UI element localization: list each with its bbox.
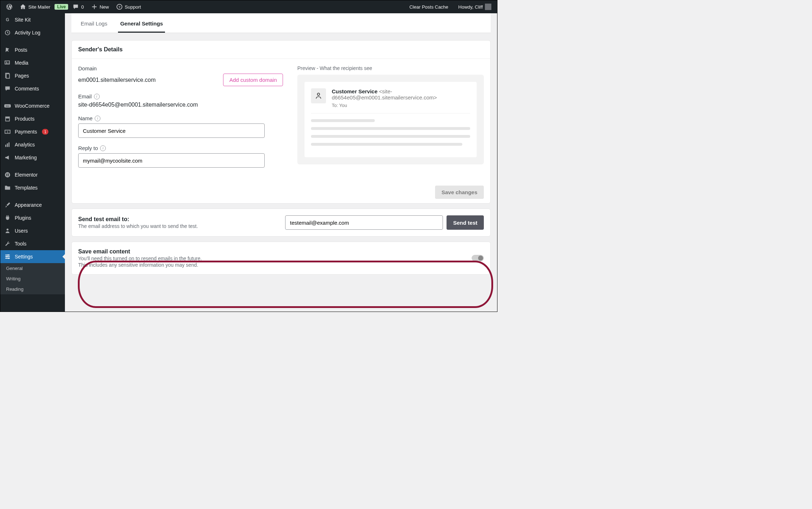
sidebar-item-comments[interactable]: Comments — [0, 82, 65, 95]
sidebar-item-analytics[interactable]: Analytics — [0, 138, 65, 151]
name-label: Name — [78, 115, 93, 121]
svg-text:woo: woo — [5, 105, 10, 107]
domain-label: Domain — [78, 65, 283, 71]
comments-link[interactable]: 0 — [70, 4, 86, 10]
sidebar-item-tools[interactable]: Tools — [0, 237, 65, 250]
svg-point-24 — [6, 256, 8, 257]
svg-text:G: G — [6, 17, 9, 22]
support-link[interactable]: ? Support — [113, 4, 144, 10]
sidebar-item-appearance[interactable]: Appearance — [0, 199, 65, 211]
wrench-icon — [4, 240, 11, 247]
info-icon[interactable]: i — [100, 145, 106, 151]
main-content: Email Logs General Settings Sender's Det… — [65, 13, 497, 312]
svg-rect-7 — [6, 74, 9, 79]
chart-icon — [4, 141, 11, 148]
settings-submenu: General Writing Reading — [0, 263, 65, 294]
email-label: Email — [78, 93, 92, 99]
sidebar-item-media[interactable]: Media — [0, 56, 65, 69]
sidebar-item-activitylog[interactable]: Activity Log — [0, 26, 65, 39]
svg-text:$: $ — [7, 130, 8, 134]
svg-rect-10 — [5, 117, 10, 118]
sidebar-item-plugins[interactable]: Plugins — [0, 211, 65, 224]
send-test-card: Send test email to: The email address to… — [71, 209, 491, 237]
sidebar-item-templates[interactable]: Templates — [0, 181, 65, 194]
info-icon[interactable]: i — [95, 116, 100, 121]
preview-label: Preview - What the recipients see — [297, 65, 484, 71]
save-content-toggle[interactable] — [472, 255, 484, 261]
sidebar-item-label: Posts — [15, 47, 27, 53]
reply-input[interactable] — [78, 153, 265, 168]
info-icon[interactable]: i — [94, 94, 100, 99]
sidebar-item-label: Plugins — [15, 215, 31, 221]
test-email-input[interactable] — [285, 215, 443, 230]
sidebar-item-products[interactable]: Products — [0, 112, 65, 125]
submenu-writing[interactable]: Writing — [0, 274, 65, 284]
sidebar-item-elementor[interactable]: Elementor — [0, 168, 65, 181]
sidebar-item-sitekit[interactable]: GSite Kit — [0, 13, 65, 26]
svg-point-25 — [8, 258, 10, 259]
svg-rect-21 — [8, 176, 9, 176]
test-subtitle: The email address to which you want to s… — [78, 223, 279, 229]
payments-icon: $ — [4, 128, 11, 135]
brush-icon — [4, 201, 11, 209]
sidebar-item-label: Appearance — [15, 202, 42, 208]
new-link[interactable]: New — [88, 4, 112, 10]
save-content-title: Save email content — [78, 248, 465, 255]
sidebar-item-label: Marketing — [15, 155, 37, 160]
name-input[interactable] — [78, 123, 265, 138]
sidebar-item-label: Products — [15, 116, 34, 122]
send-test-button[interactable]: Send test — [447, 215, 484, 230]
site-name[interactable]: Site Mailer — [17, 4, 53, 10]
sidebar-item-label: Tools — [15, 241, 27, 247]
sidebar-item-label: Elementor — [15, 172, 38, 178]
clear-cache-link[interactable]: Clear Posts Cache — [406, 4, 451, 10]
sidebar-item-label: Activity Log — [15, 30, 41, 36]
svg-rect-11 — [6, 118, 10, 121]
tab-general-settings[interactable]: General Settings — [118, 17, 165, 33]
greeting-label: Howdy, Cliff — [458, 4, 483, 10]
svg-rect-18 — [6, 173, 7, 176]
wp-logo[interactable] — [3, 4, 15, 10]
tabs: Email Logs General Settings — [71, 13, 491, 33]
svg-point-23 — [8, 254, 9, 256]
add-custom-domain-button[interactable]: Add custom domain — [223, 74, 283, 86]
profile-link[interactable]: Howdy, Cliff — [455, 4, 494, 10]
user-icon — [4, 227, 11, 234]
submenu-reading[interactable]: Reading — [0, 284, 65, 294]
woo-icon: woo — [4, 102, 11, 109]
preview-from-name: Customer Service — [332, 88, 378, 94]
live-badge: Live — [55, 4, 68, 10]
sidebar-item-label: Payments — [15, 129, 37, 135]
sidebar-item-settings[interactable]: Settings — [0, 250, 65, 263]
preview-avatar-icon — [311, 88, 326, 103]
comment-count: 0 — [81, 4, 84, 10]
preview-to: To: You — [332, 103, 470, 108]
sidebar-item-label: Templates — [15, 185, 38, 191]
sidebar-item-label: Site Kit — [15, 17, 30, 23]
skeleton-line — [311, 135, 470, 138]
sidebar-item-label: Comments — [15, 86, 39, 92]
svg-rect-20 — [8, 174, 9, 175]
sidebar-item-pages[interactable]: Pages — [0, 69, 65, 82]
svg-rect-4 — [5, 61, 10, 64]
save-email-content-card: Save email content You'll need this turn… — [71, 242, 491, 275]
google-icon: G — [4, 16, 11, 23]
comment-icon — [72, 4, 79, 10]
tab-email-logs[interactable]: Email Logs — [79, 17, 109, 33]
svg-rect-16 — [9, 143, 10, 147]
svg-rect-15 — [7, 143, 8, 147]
sidebar-item-marketing[interactable]: Marketing — [0, 151, 65, 164]
sidebar-item-woocommerce[interactable]: wooWooCommerce — [0, 99, 65, 112]
senders-details-card: Sender's Details Domain em0001.sitemaile… — [71, 40, 491, 204]
sidebar-item-payments[interactable]: $Payments1 — [0, 125, 65, 138]
save-changes-button[interactable]: Save changes — [435, 186, 484, 199]
home-icon — [20, 4, 26, 10]
submenu-general[interactable]: General — [0, 263, 65, 274]
sidebar-item-users[interactable]: Users — [0, 224, 65, 237]
save-content-line2: This includes any sensitive information … — [78, 262, 465, 268]
sidebar-item-posts[interactable]: Posts — [0, 43, 65, 56]
page-icon — [4, 72, 11, 79]
plus-icon — [91, 4, 98, 10]
admin-sidebar: GSite Kit Activity Log Posts Media Pages… — [0, 13, 65, 312]
preview-box: Customer Service <site-d6654e05@em0001.s… — [297, 75, 484, 164]
